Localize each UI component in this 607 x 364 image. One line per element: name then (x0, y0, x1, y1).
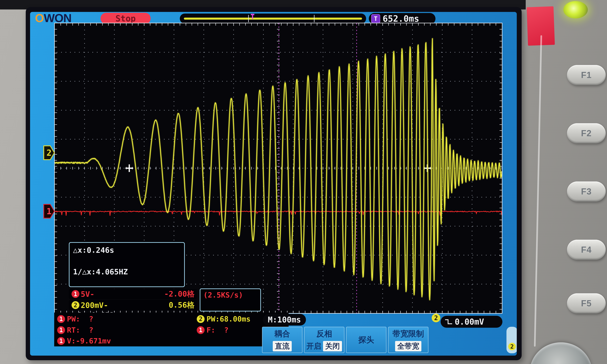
cursor-freq: 1/△x:4.065HZ (73, 267, 128, 276)
f2-button[interactable]: F2 (567, 123, 606, 143)
record-window-bar (184, 18, 362, 20)
menu-channel-tab-label: 2 (508, 343, 516, 350)
meas-pw2-badge: 2 (197, 315, 205, 323)
cursor-measure-box: △x:0.246s 1/△x:4.065HZ x1:-0.898s x2:-0.… (69, 242, 185, 287)
trigger-level-readout: 0.00mV (441, 316, 502, 328)
meas-pw1: 1 PW: ? (57, 315, 93, 323)
trigger-t-icon: T (371, 14, 380, 23)
ch1-scale-bar: 1 5V- -2.00格 (69, 289, 197, 299)
brand-logo-o: O (35, 12, 44, 25)
screen-frame: OWON Stop T 652.0ms 2 1 △x:0.246s 1/△x:4… (26, 7, 522, 360)
timebase-readout: M:100ms (263, 314, 306, 325)
f4-button[interactable]: F4 (567, 240, 606, 260)
meas-f1: 1 F: ? (197, 326, 229, 334)
menu-invert-button[interactable]: 反相 开启 关闭 (304, 327, 344, 353)
meas-pw1-text: PW: ? (67, 315, 93, 323)
meas-pw2: 2 PW:68.00ms (197, 315, 251, 323)
run-state-badge: Stop (101, 13, 151, 24)
ch1-badge: 1 (72, 290, 79, 298)
menu-coupling-button[interactable]: 耦合 直流 (262, 327, 303, 353)
center-cross-marks (125, 164, 431, 172)
meas-rt1: 1 RT: ? (57, 326, 93, 334)
meas-pw1-badge: 1 (57, 315, 65, 323)
panel-ridge (534, 35, 542, 347)
meas-rt1-text: RT: ? (67, 326, 93, 334)
trigger-source-badge: 2 (432, 314, 440, 322)
ch1-vdiv: 5V- (81, 290, 94, 299)
f3-button[interactable]: F3 (567, 182, 606, 202)
menu-invert-title: 反相 (316, 328, 332, 339)
meas-v1-text: V:-9.671mv (67, 337, 111, 345)
menu-probe-title: 探头 (358, 335, 374, 345)
power-led (563, 1, 588, 18)
ch2-scale-bar: 2 200mV- 0.56格 (69, 300, 197, 310)
meas-f1-badge: 1 (197, 326, 205, 334)
meas-rt1-badge: 1 (57, 326, 65, 334)
brand-logo: OWON (35, 12, 71, 24)
window-left-tick (248, 15, 249, 22)
trigger-position-icon (251, 14, 254, 19)
ch1-marker-label: 1 (44, 205, 54, 218)
rotary-knob[interactable] (530, 342, 592, 364)
ch2-offset: 0.56格 (169, 300, 195, 310)
ch1-position-marker[interactable]: 1 (43, 204, 55, 219)
meas-v1: 1 V:-9.671mv (57, 337, 111, 345)
falling-edge-icon (445, 319, 452, 325)
f1-button[interactable]: F1 (567, 65, 606, 85)
meas-f1-text: F: ? (207, 326, 229, 334)
ch2-vdiv: 200mV- (81, 301, 108, 310)
window-right-tick (314, 15, 315, 22)
horizontal-position-bar (180, 13, 366, 24)
menu-channel-tab[interactable]: 2 (506, 327, 517, 353)
menu-coupling-title: 耦合 (274, 328, 290, 339)
menu-probe-button[interactable]: 探头 (346, 327, 386, 353)
menu-bandwidth-title: 带宽限制 (393, 328, 424, 339)
ch1-offset: -2.00格 (164, 289, 195, 299)
cursor-dx: △x:0.246s (73, 246, 114, 254)
meas-v1-badge: 1 (57, 337, 65, 345)
sample-rate: (2.5KS/s) (203, 291, 243, 299)
ch2-badge: 2 (72, 301, 79, 309)
trigger-time-value: 652.0ms (383, 14, 419, 24)
ch2-position-marker[interactable]: 2 (43, 145, 55, 160)
oscilloscope-screen: OWON Stop T 652.0ms 2 1 △x:0.246s 1/△x:4… (30, 12, 517, 356)
menu-bandwidth-value: 全带宽 (395, 341, 421, 351)
ch2-marker-label: 2 (44, 146, 54, 159)
menu-invert-on: 开启 (306, 341, 321, 351)
f5-button[interactable]: F5 (567, 293, 606, 313)
menu-invert-off: 关闭 (323, 341, 342, 351)
meas-pw2-text: PW:68.00ms (207, 315, 251, 323)
trigger-level-value: 0.00mV (455, 317, 484, 326)
menu-coupling-value: 直流 (273, 341, 292, 351)
menu-bandwidth-button[interactable]: 带宽限制 全带宽 (388, 327, 428, 353)
acquisition-box: (2.5KS/s) Depth:10K (200, 288, 261, 312)
